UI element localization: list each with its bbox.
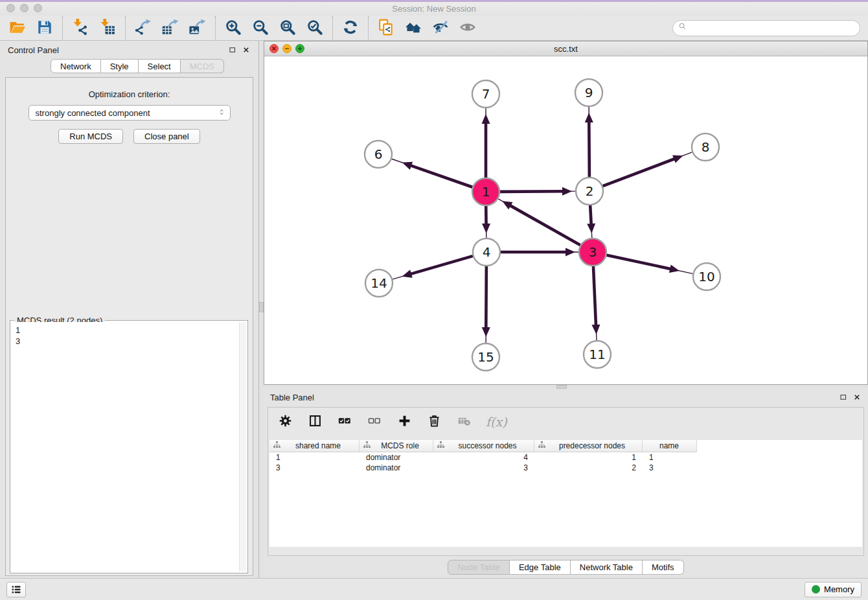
edge-4-3[interactable] — [501, 248, 578, 257]
graph-node-4[interactable]: 4 — [473, 238, 500, 266]
criterion-select[interactable]: strongly connected component — [29, 105, 231, 121]
search-box[interactable] — [672, 20, 860, 36]
table-cell[interactable]: dominator — [360, 452, 433, 463]
edge-4-14[interactable] — [393, 256, 473, 279]
save-session-button[interactable] — [31, 17, 58, 39]
network-canvas[interactable]: 7968124314101511 — [264, 56, 867, 384]
edge-4-15[interactable] — [482, 266, 490, 343]
table-settings-button[interactable] — [277, 414, 293, 430]
edge-1-2[interactable] — [500, 187, 575, 196]
run-mcds-button[interactable]: Run MCDS — [58, 129, 123, 144]
tab-select[interactable]: Select — [139, 59, 181, 73]
table-cell[interactable]: 1 — [643, 452, 697, 463]
refresh-network-button[interactable] — [337, 17, 364, 39]
node-table-container: f(x) shared nameMCDS rolesuccessor nodes… — [268, 407, 864, 556]
edge-2-8[interactable] — [603, 152, 692, 186]
edge-2-9[interactable] — [585, 107, 593, 177]
splitter-grip[interactable] — [259, 302, 264, 312]
main-titlebar[interactable]: Session: New Session — [0, 2, 868, 16]
hide-selected-button[interactable] — [427, 17, 454, 39]
select-all-columns-button[interactable] — [337, 414, 352, 430]
close-panel-button[interactable] — [852, 393, 862, 402]
graph-node-3[interactable]: 3 — [579, 238, 606, 266]
column-header-name[interactable]: name — [643, 440, 697, 452]
graph-node-14[interactable]: 14 — [365, 270, 393, 297]
first-neighbors-button[interactable] — [400, 17, 427, 39]
show-task-history-button[interactable] — [6, 582, 26, 597]
zoom-out-button[interactable] — [247, 17, 274, 39]
tab-mcds[interactable]: MCDS — [181, 59, 224, 73]
deselect-all-columns-button[interactable] — [367, 414, 382, 430]
toggle-columns-button[interactable] — [307, 414, 323, 430]
graph-node-15[interactable]: 15 — [472, 343, 499, 371]
tab-edge-table[interactable]: Edge Table — [510, 560, 571, 575]
graph-node-9[interactable]: 9 — [575, 79, 602, 106]
open-file-button[interactable] — [4, 17, 31, 39]
network-view-titlebar[interactable]: scc.txt — [264, 41, 867, 56]
table-cell[interactable]: 2 — [534, 463, 643, 473]
new-network-from-selection-button[interactable] — [372, 17, 400, 39]
zoom-selected-button[interactable] — [301, 17, 328, 39]
graph-node-7[interactable]: 7 — [472, 80, 499, 108]
graph-node-10[interactable]: 10 — [693, 263, 720, 290]
memory-button[interactable]: Memory — [805, 582, 862, 597]
edge-3-10[interactable] — [607, 255, 693, 274]
minimize-window-button[interactable] — [20, 4, 29, 12]
result-scrollbar[interactable] — [239, 322, 246, 571]
float-panel-button[interactable] — [228, 45, 237, 54]
edge-1-7[interactable] — [482, 108, 490, 178]
table-cell[interactable]: 3 — [269, 463, 360, 473]
tab-style[interactable]: Style — [101, 59, 139, 73]
graph-node-11[interactable]: 11 — [584, 341, 611, 368]
export-network-button[interactable] — [130, 17, 157, 39]
table-cell[interactable]: 3 — [643, 463, 697, 473]
column-header-MCDS-role[interactable]: MCDS role — [360, 440, 433, 452]
close-panel-button-2[interactable]: Close panel — [133, 129, 200, 144]
table-cell[interactable]: 1 — [534, 452, 643, 463]
edge-3-1[interactable] — [498, 199, 580, 245]
edge-1-6[interactable] — [392, 159, 472, 187]
column-header-successor-nodes[interactable]: successor nodes — [433, 440, 534, 452]
table-cell[interactable]: dominator — [360, 463, 433, 473]
delete-table-button[interactable] — [456, 414, 472, 430]
add-column-button[interactable] — [396, 414, 412, 430]
tab-motifs[interactable]: Motifs — [643, 560, 684, 575]
close-panel-button[interactable] — [242, 45, 251, 54]
export-table-button[interactable] — [157, 17, 184, 39]
import-network-button[interactable] — [67, 17, 94, 39]
network-close-button[interactable] — [269, 44, 279, 53]
column-header-shared-name[interactable]: shared name — [269, 440, 360, 452]
graph-node-1[interactable]: 1 — [472, 178, 499, 205]
network-graph[interactable]: 7968124314101511 — [264, 56, 867, 383]
tab-network[interactable]: Network — [51, 59, 101, 73]
edge-3-11[interactable] — [591, 266, 600, 340]
graph-node-6[interactable]: 6 — [365, 141, 392, 168]
tab-network-table[interactable]: Network Table — [571, 560, 643, 575]
panel-splitter-vertical[interactable] — [259, 41, 264, 578]
network-minimize-button[interactable] — [282, 44, 291, 53]
network-maximize-button[interactable] — [295, 44, 304, 53]
table-cell[interactable]: 1 — [269, 452, 360, 463]
tab-node-table[interactable]: Node Table — [448, 560, 510, 575]
zoom-fit-button[interactable] — [274, 17, 301, 39]
edge-2-3[interactable] — [587, 205, 595, 238]
delete-columns-button[interactable] — [426, 414, 442, 430]
import-table-button[interactable] — [94, 17, 121, 39]
mcds-result-text[interactable]: 13 — [12, 322, 246, 571]
float-panel-button[interactable] — [839, 393, 848, 402]
export-image-button[interactable] — [184, 17, 211, 39]
function-builder-button[interactable]: f(x) — [486, 415, 507, 429]
edge-1-4[interactable] — [482, 206, 490, 238]
table-row[interactable]: 3dominator323 — [269, 463, 862, 473]
zoom-window-button[interactable] — [34, 4, 42, 12]
graph-node-8[interactable]: 8 — [692, 133, 719, 161]
close-window-button[interactable] — [6, 4, 15, 12]
zoom-in-button[interactable] — [220, 17, 247, 39]
search-input[interactable] — [691, 22, 854, 35]
column-header-predecessor-nodes[interactable]: predecessor nodes — [534, 440, 643, 452]
table-cell[interactable]: 4 — [433, 452, 534, 463]
table-cell[interactable]: 3 — [433, 463, 534, 473]
graph-node-2[interactable]: 2 — [576, 178, 603, 205]
table-row[interactable]: 1dominator411 — [269, 452, 862, 463]
show-all-button[interactable] — [454, 17, 481, 39]
